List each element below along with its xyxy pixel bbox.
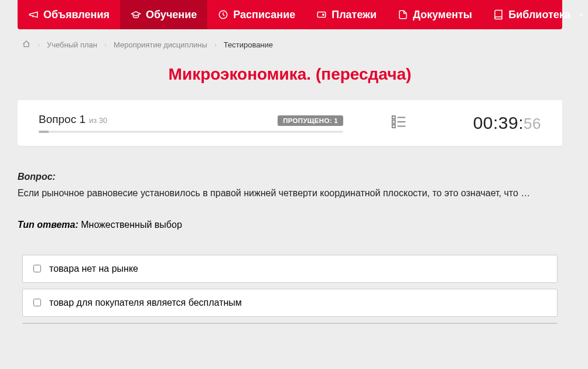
nav-payments[interactable]: Платежи [306, 0, 387, 29]
nav-label: Документы [413, 9, 472, 21]
answer-checkbox[interactable] [33, 299, 41, 306]
nav-education[interactable]: Обучение [120, 0, 207, 29]
megaphone-icon [28, 9, 39, 20]
question-list-button[interactable] [390, 113, 408, 133]
question-number: Вопрос 1 [39, 113, 86, 126]
answer-type-label: Тип ответа: [18, 220, 78, 230]
chevron-right-icon [36, 40, 41, 49]
question-progress: Вопрос 1 из 30 ПРОПУЩЕНО: 1 [39, 113, 343, 133]
question-text: Если рыночное равновесие установилось в … [18, 186, 562, 201]
doc-icon [398, 9, 408, 20]
answers-list: товара нет на рынке товар для покупателя… [18, 255, 562, 324]
answer-type-row: Тип ответа: Множественный выбор [18, 220, 562, 230]
answer-option[interactable]: товара нет на рынке [22, 255, 558, 283]
svg-rect-5 [392, 121, 395, 124]
graduation-icon [131, 9, 141, 20]
main-nav: Объявления Обучение Расписание Платежи [18, 0, 562, 29]
nav-library[interactable]: Библиотека [483, 0, 588, 29]
wallet-icon [316, 9, 327, 20]
answer-checkbox[interactable] [33, 265, 41, 272]
timer-main: 00:39: [473, 113, 524, 133]
chevron-right-icon [213, 40, 218, 49]
status-card: Вопрос 1 из 30 ПРОПУЩЕНО: 1 00:39:56 [18, 100, 562, 146]
progress-fill [39, 131, 49, 133]
skipped-badge: ПРОПУЩЕНО: 1 [278, 115, 343, 126]
breadcrumb-testing: Тестирование [224, 40, 273, 49]
breadcrumb-event[interactable]: Мероприятие дисциплины [114, 40, 207, 49]
question-total: из 30 [89, 116, 107, 125]
breadcrumb: Учебный план Мероприятие дисциплины Тест… [18, 34, 562, 59]
book-icon [493, 9, 504, 20]
nav-label: Расписание [233, 9, 295, 21]
clock-icon [218, 9, 228, 20]
timer-seconds: 56 [524, 115, 541, 133]
answer-text: товар для покупателя является бесплатным [49, 298, 242, 308]
nav-label: Библиотека [508, 9, 570, 21]
svg-rect-7 [392, 125, 395, 128]
answer-option[interactable]: товар для покупателя является бесплатным [22, 289, 558, 317]
svg-rect-3 [392, 116, 395, 119]
page-title: Микроэкономика. (пересдача) [18, 65, 562, 84]
nav-label: Обучение [146, 9, 197, 21]
svg-point-2 [323, 14, 324, 15]
home-icon[interactable] [22, 40, 30, 50]
nav-schedule[interactable]: Расписание [207, 0, 306, 29]
question-block: Вопрос: Если рыночное равновесие установ… [18, 172, 562, 340]
answer-type-value: Множественный выбор [81, 220, 182, 230]
breadcrumb-curriculum[interactable]: Учебный план [47, 40, 97, 49]
progress-bar [39, 131, 343, 133]
chevron-down-icon [575, 9, 584, 21]
question-heading: Вопрос: [18, 172, 562, 182]
answer-text: товара нет на рынке [49, 264, 138, 274]
chevron-right-icon [103, 40, 108, 49]
answer-checkbox[interactable] [33, 323, 41, 324]
timer: 00:39:56 [473, 113, 541, 133]
nav-documents[interactable]: Документы [387, 0, 483, 29]
nav-announcements[interactable]: Объявления [18, 0, 120, 29]
answer-option[interactable] [22, 323, 558, 324]
nav-label: Платежи [331, 9, 377, 21]
nav-label: Объявления [43, 9, 110, 21]
